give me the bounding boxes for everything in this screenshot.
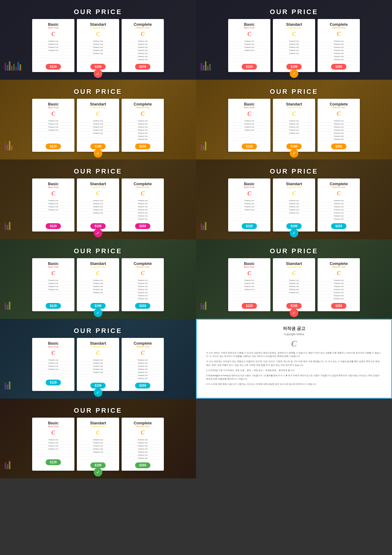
feature-dash: - bbox=[35, 52, 72, 55]
card-complete-5: Complete Platinum Pack C Feature List Fe… bbox=[122, 178, 164, 232]
chevron-btn-10[interactable]: ✓ bbox=[94, 468, 102, 477]
card-basic-5: Basic Basic Pack C Feature List Feature … bbox=[32, 178, 74, 232]
pricing-slide-8: OUR PRICE Basic Basic Pack C Feature Lis… bbox=[196, 239, 392, 319]
cards-row-2: Basic Basic Pack C Feature List Feature … bbox=[228, 19, 360, 72]
chevron-btn-7[interactable]: ✓ bbox=[94, 308, 102, 317]
copyright-subtitle: Copyright Notice bbox=[206, 333, 382, 336]
price-btn-complete-2[interactable]: $259 bbox=[331, 64, 346, 70]
price-btn-standart-8[interactable]: $199 bbox=[286, 303, 302, 309]
price-btn-basic-4[interactable]: $129 bbox=[242, 144, 257, 149]
pricing-slide-3: OUR PRICE Basic Basic Pack C Feature Lis… bbox=[0, 80, 196, 159]
card-basic-9: Basic Basic Pack C Feature List Feature … bbox=[32, 338, 74, 391]
feature-item: Feature List bbox=[35, 46, 72, 49]
pricing-slide-2: OUR PRICE Basic Basic Pack C Feature Lis… bbox=[196, 0, 392, 80]
cards-row-6: Basic Basic Pack C Feature List Feature … bbox=[228, 178, 360, 232]
price-btn-basic-3[interactable]: $129 bbox=[46, 144, 61, 149]
price-btn-complete-6[interactable]: $259 bbox=[331, 223, 346, 229]
card-basic-6: Basic Basic Pack C Feature List Feature … bbox=[228, 178, 270, 232]
feature-item: Feature List bbox=[79, 43, 117, 46]
card-standart-9: Standart Corporate Pack C Feature List F… bbox=[77, 338, 119, 391]
pricing-slide-9: OUR PRICE Basic Basic Pack C Feature Lis… bbox=[0, 319, 196, 399]
card-icon-standart-1: C bbox=[94, 30, 102, 39]
chevron-btn-5[interactable]: ✓ bbox=[94, 229, 102, 237]
card-complete-6: Complete Platinum Pack C Feature List Fe… bbox=[318, 178, 360, 232]
feature-item: Feature List bbox=[79, 40, 117, 43]
price-btn-standart-4[interactable]: $199 bbox=[286, 144, 302, 149]
slide-title-3: OUR PRICE bbox=[74, 88, 122, 96]
feature-item: Feature List bbox=[124, 43, 161, 46]
card-basic-2: Basic Basic Pack C Feature List Feature … bbox=[228, 19, 270, 72]
chevron-btn-4[interactable]: ✓ bbox=[290, 149, 298, 158]
chevron-btn-9[interactable]: ✓ bbox=[94, 388, 102, 397]
feature-dash: - bbox=[79, 58, 117, 61]
price-btn-basic-6[interactable]: $129 bbox=[242, 223, 257, 229]
chevron-btn-2[interactable]: ✓ bbox=[290, 69, 298, 78]
card-complete-2: Complete Platinum Pack C Feature List Fe… bbox=[318, 19, 360, 72]
cards-row-5: Basic Basic Pack C Feature List Feature … bbox=[32, 178, 164, 232]
cards-row-4: Basic Basic Pack C Feature List Feature … bbox=[228, 99, 360, 152]
price-btn-standart-6[interactable]: $199 bbox=[286, 223, 302, 229]
price-btn-basic-7[interactable]: $129 bbox=[46, 303, 61, 309]
slide-title-1: OUR PRICE bbox=[74, 8, 122, 16]
slide-title-10: OUR PRICE bbox=[74, 407, 122, 415]
card-standart-4: Standart Corporate Pack C Feature List F… bbox=[273, 99, 315, 152]
card-standart-2: Standart Corporate Pack C Feature List F… bbox=[273, 19, 315, 72]
price-btn-standart-7[interactable]: $199 bbox=[90, 303, 106, 309]
copyright-text-3: 2.서식(작업) 기준 사이트에서, 계정 도용... 동의... 계정 정지.… bbox=[206, 369, 382, 372]
pricing-slide-5: OUR PRICE Basic Basic Pack C Feature Lis… bbox=[0, 159, 196, 239]
chevron-btn-3[interactable]: ✓ bbox=[94, 149, 102, 158]
pricing-slide-4: OUR PRICE Basic Basic Pack C Feature Lis… bbox=[196, 80, 392, 159]
chevron-btn-6[interactable]: ✓ bbox=[290, 229, 298, 237]
price-btn-basic-2[interactable]: $129 bbox=[242, 64, 257, 70]
cards-row-10: Basic Basic Pack C Feature List Feature … bbox=[32, 418, 164, 471]
price-btn-complete-4[interactable]: $259 bbox=[331, 144, 346, 149]
feature-dash: - bbox=[35, 58, 72, 61]
price-btn-basic-10[interactable]: $129 bbox=[46, 459, 61, 465]
cards-row-9: Basic Basic Pack C Feature List Feature … bbox=[32, 338, 164, 391]
price-btn-standart-5[interactable]: $199 bbox=[90, 223, 106, 229]
feature-item: Feature List bbox=[124, 58, 161, 61]
feature-dash: - bbox=[79, 55, 117, 58]
slide-title-6: OUR PRICE bbox=[270, 167, 318, 175]
card-complete-8: Complete Platinum Pack C Feature List Fe… bbox=[318, 258, 360, 311]
price-btn-standart-9[interactable]: $199 bbox=[90, 383, 106, 388]
price-btn-complete-3[interactable]: $259 bbox=[135, 144, 150, 149]
card-subtitle-basic-1: Basic Pack bbox=[48, 27, 59, 29]
price-btn-complete-7[interactable]: $259 bbox=[135, 303, 150, 309]
slide-title-8: OUR PRICE bbox=[270, 247, 318, 255]
price-btn-standart-3[interactable]: $199 bbox=[90, 144, 106, 149]
card-standart-3: Standart Corporate Pack C Feature List F… bbox=[77, 99, 119, 152]
price-btn-standart-1[interactable]: $199 bbox=[90, 64, 106, 70]
price-btn-basic-5[interactable]: $129 bbox=[46, 223, 61, 229]
chevron-btn-1[interactable]: ✓ bbox=[94, 69, 102, 78]
price-btn-complete-1[interactable]: $259 bbox=[135, 64, 150, 70]
feature-list-standart-1: Feature List Feature List Feature List F… bbox=[79, 40, 117, 61]
price-btn-basic-9[interactable]: $129 bbox=[46, 380, 61, 385]
card-subtitle-complete-1: Platinum Pack bbox=[136, 27, 150, 29]
chevron-btn-8[interactable]: ✓ bbox=[290, 308, 298, 317]
card-standart-8: Standart Corporate Pack C Feature List F… bbox=[273, 258, 315, 311]
card-basic-10: Basic Basic Pack C Feature List Feature … bbox=[32, 418, 74, 471]
card-basic-7: Basic Basic Pack C Feature List Feature … bbox=[32, 258, 74, 311]
price-btn-basic-1[interactable]: $129 bbox=[46, 64, 61, 70]
feature-item: Feature List bbox=[35, 40, 72, 43]
pricing-slide-10: OUR PRICE Basic Basic Pack C Feature Lis… bbox=[0, 399, 196, 478]
price-btn-standart-10[interactable]: $199 bbox=[90, 462, 106, 468]
card-icon-complete-1: C bbox=[138, 30, 147, 39]
price-btn-standart-2[interactable]: $199 bbox=[286, 64, 302, 70]
price-btn-basic-8[interactable]: $129 bbox=[242, 303, 257, 309]
feature-dash: - bbox=[35, 55, 72, 58]
price-btn-complete-10[interactable]: $259 bbox=[135, 462, 150, 468]
card-icon-basic-1: C bbox=[49, 30, 58, 39]
card-basic-1: Basic Basic Pack C Feature List Feature … bbox=[32, 19, 74, 72]
card-complete-10: Complete Platinum Pack C Feature List Fe… bbox=[122, 418, 164, 471]
feature-item: Feature List bbox=[79, 46, 117, 49]
price-btn-complete-5[interactable]: $259 bbox=[135, 223, 150, 229]
card-title-standart-1: Standart bbox=[90, 22, 106, 27]
card-title-basic-1: Basic bbox=[48, 22, 59, 27]
price-btn-complete-9[interactable]: $259 bbox=[135, 383, 150, 388]
card-complete-4: Complete Platinum Pack C Feature List Fe… bbox=[318, 99, 360, 152]
price-btn-complete-8[interactable]: $259 bbox=[331, 303, 346, 309]
pricing-slide-7: OUR PRICE Basic Basic Pack C Feature Lis… bbox=[0, 239, 196, 319]
card-standart-6: Standart Corporate Pack C Feature List F… bbox=[273, 178, 315, 232]
